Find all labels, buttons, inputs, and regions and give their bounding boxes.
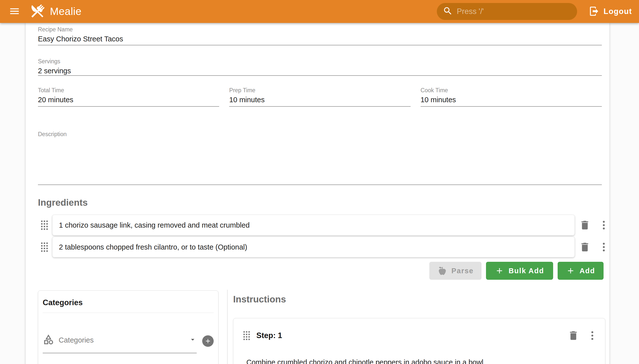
prep-time-value[interactable]: 10 minutes xyxy=(229,95,410,107)
ingredient-input[interactable]: 1 chorizo sausage link, casing removed a… xyxy=(52,215,575,235)
delete-ingredient-button[interactable] xyxy=(579,220,591,231)
add-category-button[interactable] xyxy=(202,335,214,347)
recipe-name-value[interactable]: Easy Chorizo Street Tacos xyxy=(38,34,602,46)
chevron-down-icon[interactable] xyxy=(189,336,197,344)
drag-handle-icon[interactable] xyxy=(242,330,251,342)
recipe-editor-card: Recipe Name Easy Chorizo Street Tacos Se… xyxy=(26,23,609,364)
logout-label: Logout xyxy=(603,7,632,16)
instructions-heading: Instructions xyxy=(233,294,602,305)
delete-step-button[interactable] xyxy=(568,330,579,341)
recipe-name-label: Recipe Name xyxy=(38,26,602,33)
app-title: Mealie xyxy=(50,6,82,18)
kebab-icon xyxy=(598,220,609,231)
cook-time-field[interactable]: Cook Time 10 minutes xyxy=(420,87,602,107)
step-header: Step: 1 xyxy=(242,328,598,343)
categories-select-label: Categories xyxy=(59,336,189,344)
categories-column: Categories Categories xyxy=(38,290,219,364)
ingredient-text: 2 tablespoons chopped fresh cilantro, or… xyxy=(59,243,247,251)
drag-handle-icon[interactable] xyxy=(40,241,49,253)
parse-button[interactable]: Parse xyxy=(429,262,482,280)
ingredient-menu-button[interactable] xyxy=(598,241,609,253)
cook-time-value[interactable]: 10 minutes xyxy=(420,95,602,107)
categories-card: Categories Categories xyxy=(38,290,219,364)
prep-time-field[interactable]: Prep Time 10 minutes xyxy=(229,87,410,107)
step-title: Step: 1 xyxy=(256,331,282,340)
ingredient-row: 1 chorizo sausage link, casing removed a… xyxy=(40,215,609,235)
bulk-add-button[interactable]: Bulk Add xyxy=(486,262,553,280)
trash-icon xyxy=(579,241,591,253)
total-time-field[interactable]: Total Time 20 minutes xyxy=(38,87,219,107)
search-input[interactable]: Press '/' xyxy=(437,3,577,20)
step-menu-button[interactable] xyxy=(587,330,598,341)
menu-button[interactable] xyxy=(7,4,22,19)
drag-handle-icon[interactable] xyxy=(40,219,49,231)
add-ingredient-button[interactable]: Add xyxy=(558,262,603,280)
shapes-icon xyxy=(43,334,54,346)
description-value[interactable] xyxy=(38,138,602,185)
hamburger-icon xyxy=(9,6,20,18)
logout-button[interactable]: Logout xyxy=(589,6,632,18)
trash-icon xyxy=(579,220,591,231)
ingredient-text: 1 chorizo sausage link, casing removed a… xyxy=(59,221,250,229)
logout-icon xyxy=(589,6,599,18)
ingredient-row: 2 tablespoons chopped fresh cilantro, or… xyxy=(40,237,609,257)
step-text[interactable]: Combine crumbled chorizo and chipotle pe… xyxy=(246,357,598,364)
categories-select-row: Categories xyxy=(43,334,214,353)
app-bar: Mealie Press '/' Logout xyxy=(0,0,639,23)
servings-value[interactable]: 2 servings xyxy=(38,66,602,76)
kebab-icon xyxy=(587,330,598,341)
apple-icon xyxy=(437,266,447,276)
plus-icon xyxy=(204,338,211,344)
total-time-label: Total Time xyxy=(38,87,219,94)
parse-label: Parse xyxy=(451,267,474,275)
bottom-section: Categories Categories xyxy=(38,290,602,364)
ingredient-input[interactable]: 2 tablespoons chopped fresh cilantro, or… xyxy=(52,237,575,257)
search-icon xyxy=(443,6,453,17)
bulk-add-label: Bulk Add xyxy=(508,267,544,275)
ingredient-actions: Parse Bulk Add Add xyxy=(38,262,603,280)
total-time-value[interactable]: 20 minutes xyxy=(38,95,219,107)
ingredient-menu-button[interactable] xyxy=(598,220,609,231)
search-placeholder: Press '/' xyxy=(457,7,484,16)
categories-select[interactable]: Categories xyxy=(43,334,197,353)
kebab-icon xyxy=(598,241,609,253)
step-card: Step: 1 Combine crumbled chorizo and chi… xyxy=(233,318,605,364)
divider xyxy=(43,313,214,313)
cook-time-label: Cook Time xyxy=(420,87,602,94)
recipe-name-field[interactable]: Recipe Name Easy Chorizo Street Tacos xyxy=(38,26,602,46)
servings-label: Servings xyxy=(38,58,602,65)
ingredients-heading: Ingredients xyxy=(38,197,602,208)
prep-time-label: Prep Time xyxy=(229,87,410,94)
add-label: Add xyxy=(580,267,595,275)
plus-icon xyxy=(495,266,504,275)
trash-icon xyxy=(568,330,579,341)
instructions-column: Instructions Step: 1 xyxy=(228,290,602,364)
servings-field[interactable]: Servings 2 servings xyxy=(38,58,602,76)
delete-ingredient-button[interactable] xyxy=(579,241,591,253)
times-row: Total Time 20 minutes Prep Time 10 minut… xyxy=(38,87,602,107)
description-label: Description xyxy=(38,131,602,138)
mealie-logo-icon xyxy=(28,2,47,21)
plus-icon xyxy=(566,266,575,275)
categories-card-title: Categories xyxy=(43,291,214,307)
description-field[interactable]: Description xyxy=(38,131,602,185)
